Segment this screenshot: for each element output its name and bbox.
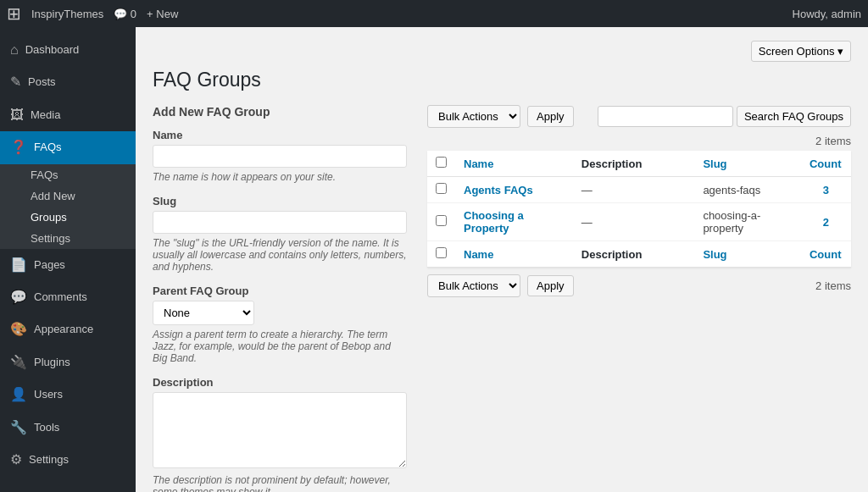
plugins-icon: 🔌 — [10, 353, 27, 372]
row-checkbox-0[interactable] — [436, 183, 447, 194]
sidebar-label-tools: Tools — [34, 420, 59, 435]
sidebar-item-posts[interactable]: ✎ Posts — [0, 66, 136, 98]
sidebar-label-pages: Pages — [34, 257, 65, 273]
users-icon: 👤 — [10, 385, 27, 404]
faq-groups-table-section: Bulk Actions Apply Search FAQ Groups 2 i… — [427, 105, 851, 492]
row-desc-0: — — [573, 177, 695, 203]
name-sort-link-bottom[interactable]: Name — [464, 248, 493, 261]
items-count-top: 2 items — [815, 135, 851, 147]
slug-column-header[interactable]: Slug — [694, 151, 801, 177]
new-item-link[interactable]: + New — [147, 8, 178, 20]
items-count-bottom: 2 items — [815, 279, 851, 292]
comments-link[interactable]: 💬 0 — [114, 8, 136, 20]
name-column-header[interactable]: Name — [455, 151, 573, 177]
description-textarea[interactable] — [153, 392, 407, 468]
search-button[interactable]: Search FAQ Groups — [737, 106, 851, 127]
apply-button-top[interactable]: Apply — [527, 106, 574, 127]
pages-icon: 📄 — [10, 256, 27, 274]
slug-input[interactable] — [153, 211, 407, 234]
description-label: Description — [153, 376, 407, 389]
search-input[interactable] — [598, 106, 733, 127]
count-column-footer[interactable]: Count — [801, 241, 851, 268]
search-box: Search FAQ Groups — [598, 106, 851, 127]
bulk-actions-select-top[interactable]: Bulk Actions — [427, 105, 520, 128]
sidebar-label-faqs: FAQs — [34, 140, 62, 155]
appearance-icon: 🎨 — [10, 320, 27, 339]
check-all-footer — [427, 241, 455, 268]
row-checkbox-1[interactable] — [436, 215, 447, 226]
main-content: Screen Options ▾ FAQ Groups Add New FAQ … — [136, 27, 868, 492]
slug-sort-link-bottom[interactable]: Slug — [703, 248, 726, 261]
screen-options-button[interactable]: Screen Options ▾ — [751, 41, 851, 62]
sidebar-item-users[interactable]: 👤 Users — [0, 379, 136, 411]
parent-hint: Assign a parent term to create a hierarc… — [153, 329, 407, 364]
count-column-header[interactable]: Count — [801, 151, 851, 177]
check-all-checkbox[interactable] — [436, 157, 447, 168]
sidebar-label-media: Media — [31, 108, 60, 123]
site-name[interactable]: InspiryThemes — [31, 8, 103, 20]
admin-bar: ⊞ InspiryThemes 💬 0 + New Howdy, admin — [0, 0, 868, 27]
faqs-icon: ❓ — [10, 138, 27, 157]
row-slug-0: agents-faqs — [694, 177, 801, 203]
parent-select[interactable]: None — [153, 301, 254, 325]
row-count-0[interactable]: 3 — [801, 177, 851, 203]
apply-button-bottom[interactable]: Apply — [527, 275, 574, 296]
sidebar-item-appearance[interactable]: 🎨 Appearance — [0, 313, 136, 346]
row-count-link-0[interactable]: 3 — [823, 184, 829, 196]
row-desc-1: — — [573, 203, 695, 241]
sidebar-item-dashboard[interactable]: ⌂ Dashboard — [0, 34, 136, 66]
count-sort-link-bottom[interactable]: Count — [810, 248, 842, 261]
add-faq-group-form: Add New FAQ Group Name The name is how i… — [153, 105, 407, 492]
name-sort-link[interactable]: Name — [464, 158, 493, 170]
sidebar: ⌂ Dashboard ✎ Posts 🖼 Media ❓ FAQs FAQs … — [0, 27, 136, 492]
name-column-footer[interactable]: Name — [455, 241, 573, 268]
name-input[interactable] — [153, 145, 407, 168]
sidebar-item-pages[interactable]: 📄 Pages — [0, 249, 136, 281]
wp-layout: ⌂ Dashboard ✎ Posts 🖼 Media ❓ FAQs FAQs … — [0, 27, 868, 492]
row-count-link-1[interactable]: 2 — [823, 216, 829, 229]
slug-column-footer[interactable]: Slug — [694, 241, 801, 268]
dashboard-icon: ⌂ — [10, 41, 19, 59]
sidebar-label-comments: Comments — [34, 290, 87, 305]
sidebar-label-appearance: Appearance — [34, 322, 93, 337]
submenu-groups[interactable]: Groups — [0, 207, 136, 228]
sidebar-label-dashboard: Dashboard — [25, 42, 80, 58]
description-field-group: Description The description is not promi… — [153, 376, 407, 492]
faqs-submenu: FAQs Add New Groups Settings — [0, 164, 136, 249]
name-hint: The name is how it appears on your site. — [153, 171, 407, 183]
row-count-1[interactable]: 2 — [801, 203, 851, 241]
table-row: Agents FAQs — agents-faqs 3 — [427, 177, 851, 203]
check-all-checkbox-bottom[interactable] — [436, 247, 447, 258]
sidebar-item-settings[interactable]: ⚙ Settings — [0, 444, 136, 476]
row-slug-1: choosing-a-property — [694, 203, 801, 241]
sidebar-item-comments[interactable]: 💬 Comments — [0, 281, 136, 313]
check-all-header — [427, 151, 455, 177]
slug-field-group: Slug The "slug" is the URL-friendly vers… — [153, 195, 407, 273]
row-name-link-0[interactable]: Agents FAQs — [464, 184, 533, 196]
bulk-actions-select-bottom[interactable]: Bulk Actions — [427, 274, 520, 297]
table-controls-top: Bulk Actions Apply Search FAQ Groups — [427, 105, 851, 128]
page-title: FAQ Groups — [153, 69, 851, 91]
slug-sort-link[interactable]: Slug — [703, 158, 726, 170]
submenu-faqs[interactable]: FAQs — [0, 164, 136, 185]
parent-label: Parent FAQ Group — [153, 285, 407, 297]
howdy-label: Howdy, admin — [793, 8, 861, 20]
settings-icon: ⚙ — [10, 451, 22, 469]
submenu-add-new[interactable]: Add New — [0, 185, 136, 207]
submenu-settings[interactable]: Settings — [0, 228, 136, 249]
media-icon: 🖼 — [10, 106, 24, 124]
sidebar-label-plugins: Plugins — [34, 355, 70, 370]
sidebar-item-media[interactable]: 🖼 Media — [0, 99, 136, 131]
sidebar-item-plugins[interactable]: 🔌 Plugins — [0, 346, 136, 379]
screen-options-bar: Screen Options ▾ — [153, 41, 851, 62]
sidebar-label-posts: Posts — [28, 75, 56, 90]
count-sort-link[interactable]: Count — [810, 158, 842, 170]
comments-icon: 💬 — [10, 288, 27, 307]
sidebar-item-faqs[interactable]: ❓ FAQs — [0, 131, 136, 163]
row-name-link-1[interactable]: Choosing a Property — [464, 209, 524, 235]
wp-logo-icon[interactable]: ⊞ — [7, 3, 21, 24]
description-column-footer: Description — [573, 241, 695, 268]
description-column-header: Description — [573, 151, 695, 177]
sidebar-item-tools[interactable]: 🔧 Tools — [0, 412, 136, 444]
faq-groups-table: Name Description Slug Count — [427, 151, 851, 268]
